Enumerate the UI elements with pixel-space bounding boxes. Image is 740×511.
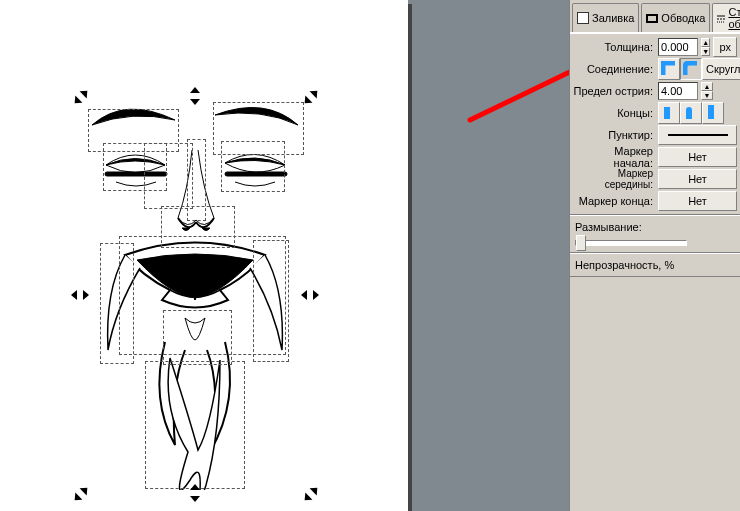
app-workspace: Заливка Обводка Стиль обв Толщина: ▲▼ px bbox=[0, 0, 740, 511]
cap-square-icon[interactable] bbox=[702, 102, 724, 124]
scale-handle-n[interactable] bbox=[189, 90, 201, 102]
selection-box bbox=[100, 243, 134, 364]
selection-box bbox=[145, 361, 245, 489]
join-label: Соединение: bbox=[573, 63, 655, 75]
svg-rect-7 bbox=[664, 107, 670, 119]
scale-handle-w[interactable] bbox=[74, 289, 86, 301]
svg-rect-8 bbox=[708, 105, 714, 119]
tab-stroke-style-label: Стиль обв bbox=[728, 6, 740, 30]
marker-end-label: Маркер конца: bbox=[573, 195, 655, 207]
join-round-icon[interactable] bbox=[680, 58, 702, 80]
blur-label: Размывание: bbox=[570, 218, 740, 236]
marker-start-label: Маркер начала: bbox=[573, 145, 655, 169]
stroke-width-input[interactable] bbox=[658, 38, 698, 56]
miter-label: Предел острия: bbox=[573, 85, 655, 97]
selection-box bbox=[221, 141, 285, 192]
stroke-width-unit[interactable]: px bbox=[713, 37, 737, 57]
blur-slider[interactable] bbox=[575, 240, 687, 246]
marker-mid-label: Маркер середины: bbox=[573, 168, 655, 190]
cap-label: Концы: bbox=[573, 107, 655, 119]
tab-fill-label: Заливка bbox=[592, 12, 634, 24]
tab-stroke-label: Обводка bbox=[661, 12, 705, 24]
fill-stroke-panel: Заливка Обводка Стиль обв Толщина: ▲▼ px bbox=[569, 0, 740, 511]
tab-stroke-style[interactable]: Стиль обв bbox=[712, 3, 740, 32]
opacity-label: Непрозрачность, % bbox=[570, 256, 740, 274]
marker-end-select[interactable]: Нет bbox=[658, 191, 737, 211]
scale-handle-s[interactable] bbox=[189, 487, 201, 499]
selection-center-icon bbox=[190, 290, 200, 300]
stroke-swatch-icon bbox=[646, 14, 658, 23]
join-round-button[interactable]: Скругл bbox=[702, 58, 740, 80]
blur-slider-thumb[interactable] bbox=[576, 235, 586, 251]
scale-handle-e[interactable] bbox=[304, 289, 316, 301]
svg-rect-3 bbox=[647, 15, 657, 22]
panel-tabs: Заливка Обводка Стиль обв bbox=[570, 0, 740, 33]
miter-spinner[interactable]: ▲▼ bbox=[701, 82, 713, 100]
fill-swatch-icon bbox=[577, 12, 589, 24]
selection-box bbox=[144, 143, 193, 209]
stroke-width-label: Толщина: bbox=[573, 41, 655, 53]
cap-round-icon[interactable] bbox=[680, 102, 702, 124]
dash-select[interactable] bbox=[658, 125, 737, 145]
tab-stroke[interactable]: Обводка bbox=[641, 3, 710, 32]
selection-box bbox=[253, 240, 289, 362]
selection-box bbox=[163, 310, 232, 365]
stroke-style-icon bbox=[717, 14, 725, 23]
marker-start-select[interactable]: Нет bbox=[658, 147, 737, 167]
canvas-page bbox=[0, 0, 408, 511]
marker-mid-select[interactable]: Нет bbox=[658, 169, 737, 189]
canvas-viewport[interactable] bbox=[0, 0, 420, 511]
tab-fill[interactable]: Заливка bbox=[572, 3, 639, 32]
miter-input[interactable] bbox=[658, 82, 698, 100]
dash-label: Пунктир: bbox=[573, 129, 655, 141]
join-miter-icon[interactable] bbox=[658, 58, 680, 80]
cap-butt-icon[interactable] bbox=[658, 102, 680, 124]
stroke-width-spinner[interactable]: ▲▼ bbox=[701, 38, 710, 56]
